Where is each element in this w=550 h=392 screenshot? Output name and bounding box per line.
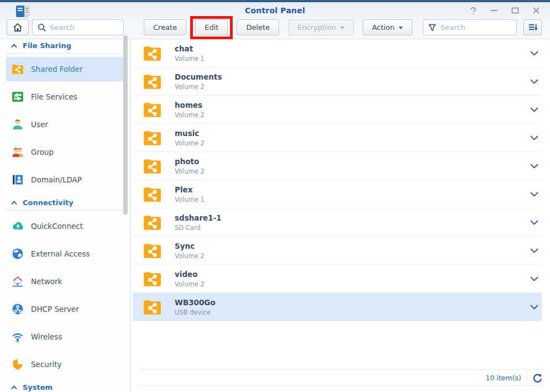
folder-location: Volume 2 (175, 139, 205, 147)
folder-location: Volume 2 (175, 280, 205, 288)
folder-location: USB device (175, 309, 216, 316)
minimize-icon[interactable] (489, 6, 499, 15)
folder-location: Volume 1 (175, 55, 205, 62)
list-footer: 10 item(s) (139, 369, 542, 386)
encryption-dropdown-button[interactable]: Encryption (288, 19, 354, 35)
chevron-down-icon[interactable] (530, 305, 538, 310)
sidebar-item-label: Group (31, 148, 54, 156)
group-icon (11, 145, 24, 159)
help-icon[interactable] (468, 6, 478, 15)
shared-folder-icon (142, 128, 163, 148)
sidebar-item-label: Security (31, 360, 61, 369)
sidebar-item-domain-ldap[interactable]: Domain/LDAP (6, 168, 124, 192)
folder-row-sdshare1-1[interactable]: sdshare1-1 SD Card (133, 208, 542, 237)
sidebar-item-label: Wireless (31, 332, 62, 341)
sidebar-item-dhcp-server[interactable]: DHCP Server (6, 297, 124, 321)
section-header-system[interactable]: System (6, 383, 123, 392)
section-label: File Sharing (23, 41, 71, 50)
sidebar-item-network[interactable]: Network (6, 269, 124, 294)
sidebar-item-security[interactable]: Security (6, 352, 124, 377)
close-icon[interactable] (531, 6, 541, 15)
folder-location: Volume 2 (175, 252, 205, 260)
section-label: System (23, 383, 53, 391)
sidebar-item-label: Shared Folder (31, 65, 83, 74)
encryption-label: Encryption (297, 23, 336, 32)
sidebar-item-file-services[interactable]: File Services (6, 85, 124, 109)
folder-name: Sync (175, 242, 205, 250)
folder-name: Plex (175, 185, 205, 194)
sidebar: File Sharing Shared Folder File Services… (0, 39, 131, 392)
folder-row-documents[interactable]: Documents Volume 2 (133, 67, 542, 96)
folder-location: Volume 2 (175, 168, 205, 175)
control-panel-window: Control Panel Create Edit (0, 0, 550, 392)
chevron-down-icon[interactable] (530, 192, 538, 197)
chevron-up-icon (11, 44, 17, 48)
section-label: Connectivity (23, 198, 74, 207)
chevron-down-icon[interactable] (530, 135, 538, 140)
sidebar-item-label: DHCP Server (31, 305, 79, 313)
folder-name: chat (175, 44, 205, 53)
create-button[interactable]: Create (144, 19, 186, 35)
sidebar-item-label: Domain/LDAP (31, 175, 82, 184)
home-icon (12, 22, 23, 33)
folder-row-chat[interactable]: chat Volume 1 (133, 39, 542, 67)
caret-down-icon (399, 27, 403, 29)
shared-folder-icon (142, 297, 163, 317)
edit-button[interactable]: Edit (195, 19, 228, 35)
sidebar-item-label: Network (31, 277, 62, 286)
folder-location: Volume 2 (175, 83, 222, 91)
folder-row-sync[interactable]: Sync Volume 2 (133, 237, 542, 265)
chevron-down-icon[interactable] (530, 79, 538, 84)
folder-name: video (175, 270, 205, 279)
chevron-down-icon[interactable] (530, 107, 538, 112)
footer-divider (527, 373, 527, 383)
chevron-down-icon[interactable] (530, 248, 538, 253)
folder-row-plex[interactable]: Plex Volume 1 (133, 180, 542, 208)
sort-list-icon (528, 23, 538, 32)
sidebar-item-label: QuickConnect (31, 222, 83, 231)
refresh-icon (533, 373, 542, 383)
folder-row-video[interactable]: video Volume 2 (133, 265, 542, 293)
shared-folder-icon (142, 241, 163, 261)
security-icon (11, 358, 24, 371)
chevron-down-icon[interactable] (530, 220, 538, 225)
chevron-down-icon[interactable] (530, 164, 538, 169)
caret-down-icon (340, 27, 344, 29)
home-button[interactable] (7, 19, 29, 35)
folder-row-homes[interactable]: homes Volume 2 (133, 96, 542, 124)
sidebar-item-external-access[interactable]: External Access (6, 242, 124, 266)
folder-name: WB300Go (175, 298, 216, 307)
sidebar-item-label: User (31, 120, 48, 129)
folder-row-wb300go[interactable]: WB300Go USB device (133, 293, 542, 321)
shared-folder-icon (142, 156, 163, 176)
dhcp-server-icon (11, 302, 24, 316)
sidebar-item-group[interactable]: Group (6, 140, 124, 164)
folder-location: SD Card (175, 224, 222, 232)
chevron-down-icon[interactable] (530, 276, 538, 281)
sidebar-item-wireless[interactable]: Wireless (6, 325, 124, 349)
chevron-down-icon[interactable] (530, 51, 538, 56)
action-dropdown-button[interactable]: Action (363, 19, 412, 35)
maximize-icon[interactable] (510, 6, 520, 15)
sidebar-item-shared-folder[interactable]: Shared Folder (6, 57, 124, 81)
delete-button[interactable]: Delete (237, 19, 279, 35)
wireless-icon (11, 330, 24, 343)
folder-row-music[interactable]: music Volume 2 (133, 124, 542, 152)
section-header-file-sharing[interactable]: File Sharing (6, 41, 123, 54)
refresh-button[interactable] (533, 373, 542, 383)
folder-row-photo[interactable]: photo Volume 2 (133, 152, 542, 180)
sidebar-item-user[interactable]: User (6, 112, 124, 137)
folder-name: sdshare1-1 (175, 213, 222, 222)
sort-list-button[interactable] (523, 19, 542, 35)
filter-search-input[interactable] (441, 23, 512, 32)
shared-folder-list: chat Volume 1 Documents Volume 2 homes V… (132, 39, 550, 392)
window-title: Control Panel (0, 6, 550, 15)
chevron-up-icon (11, 385, 17, 390)
sidebar-scrollbar-thumb[interactable] (123, 35, 128, 215)
sidebar-search-input[interactable] (50, 23, 119, 32)
sidebar-search-box (32, 19, 124, 35)
shared-folder-icon (142, 269, 163, 289)
sidebar-item-quickconnect[interactable]: QuickConnect (6, 214, 124, 238)
external-access-icon (11, 247, 24, 260)
section-header-connectivity[interactable]: Connectivity (6, 198, 123, 211)
